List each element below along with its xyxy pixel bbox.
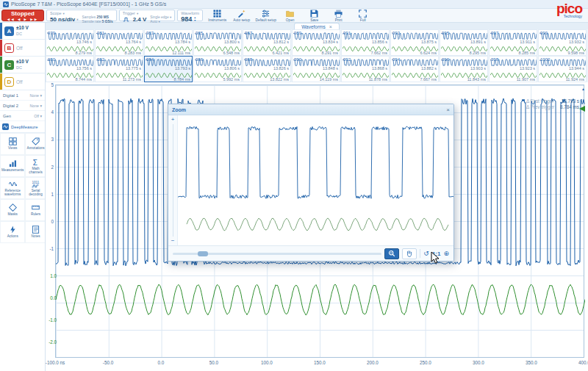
waveform-thumbnail-991[interactable]: 99113.856 s7.662 ms xyxy=(341,29,390,56)
open-button[interactable]: Open xyxy=(278,10,302,21)
channel-c-marker[interactable] xyxy=(579,106,585,112)
collapse-gallery-icon[interactable]: ▲ xyxy=(581,87,585,91)
x-axis-label: 50.0 xyxy=(209,360,218,365)
channel-D-badge[interactable]: D xyxy=(4,77,14,87)
tool-serial-decoding[interactable]: 1011Serial decoding xyxy=(25,177,46,199)
zoom-in-vertical-button[interactable]: + xyxy=(171,117,175,123)
thumbnail-trigger-time: 13.806 s xyxy=(224,66,240,71)
thumbnail-delta-time: 5.992 ms xyxy=(223,77,240,82)
waveform-thumbnail-990[interactable]: 99013.848 s14.119 ms xyxy=(292,56,340,82)
deepmeasure-button[interactable]: DeepMeasure xyxy=(0,121,45,133)
channel-C-row[interactable]: C±10 VDC xyxy=(0,57,45,73)
waveform-thumbnail-992[interactable]: 99213.868 s11.878 ms xyxy=(341,56,390,82)
channel-D-row[interactable]: DOff xyxy=(0,73,45,90)
svg-text:Σ: Σ xyxy=(33,159,37,166)
thumbnail-number: 983 xyxy=(146,31,154,35)
tool-rulers[interactable]: Rulers xyxy=(25,199,46,221)
tool-label: Measurements xyxy=(1,168,24,172)
instruments-button[interactable]: Instruments xyxy=(205,10,229,21)
digital-value: None ▾ xyxy=(30,104,42,108)
tool-annotations[interactable]: Annotations xyxy=(25,133,46,155)
waveform-thumbnail-996[interactable]: 99613.903 s11.843 ms xyxy=(440,56,488,82)
waveform-thumbnail-999[interactable]: 99913.932 s9.598 ms xyxy=(538,29,587,56)
thumbnail-trigger-time: 13.848 s xyxy=(323,66,338,71)
tool-masks[interactable]: Masks xyxy=(0,199,25,221)
toolbar-button-label: Full xyxy=(360,18,366,22)
save-button[interactable]: Save xyxy=(302,10,326,21)
channel-A-badge[interactable]: A xyxy=(4,26,14,36)
waveform-thumbnail-986[interactable]: 98613.806 s5.992 ms xyxy=(193,56,242,82)
waveform-thumbnail-981[interactable]: 98113.764 s8.283 ms xyxy=(95,29,143,56)
waveform-thumbnail-998[interactable]: 99813.923 s11.907 ms xyxy=(489,56,537,82)
tool-math-channels[interactable]: ΣMath channels xyxy=(25,155,46,177)
thumbnail-delta-time: 7.662 ms xyxy=(370,51,387,55)
waveform-thumbnail-1000[interactable]: 100013.944 s11.924 ms xyxy=(538,56,587,82)
waveform-thumbnail-979[interactable]: 97913.746 s8.279 ms xyxy=(46,29,94,56)
full-button[interactable]: Full xyxy=(351,10,375,21)
digital-1-row[interactable]: Digital 1None ▾ xyxy=(0,90,45,101)
generator-row[interactable]: GenOff ▾ xyxy=(0,111,45,121)
print-button[interactable]: Print xyxy=(326,10,351,21)
x-axis-label: 0.0 xyxy=(158,360,165,365)
waveform-number[interactable]: 984 xyxy=(181,15,192,23)
waveform-thumbnail-993[interactable]: 99313.875 s6.624 ms xyxy=(390,29,439,56)
channel-B-badge[interactable]: B xyxy=(4,43,14,53)
digital-2-row[interactable]: Digital 2None ▾ xyxy=(0,101,45,111)
zoom-scroll-slider[interactable] xyxy=(173,253,381,255)
tool-reference-waveforms[interactable]: Reference waveforms xyxy=(0,177,25,199)
waveform-thumbnail-984[interactable]: 98413.793 s8.784 ms xyxy=(144,56,193,82)
tool-actions[interactable]: Actions xyxy=(0,221,25,243)
y-axis-label-green: 0.0 xyxy=(47,295,57,300)
zoom-vertical-track[interactable] xyxy=(173,124,173,237)
channel-A-row[interactable]: A±10 VDC xyxy=(0,23,45,40)
thumbnail-trigger-time: 13.891 s xyxy=(470,40,486,44)
zoom-content[interactable] xyxy=(178,115,453,245)
channel-C-badge[interactable]: C xyxy=(4,60,14,70)
tool-views[interactable]: Views xyxy=(0,133,25,155)
waveform-thumbnail-987[interactable]: 98713.812 s6.421 ms xyxy=(243,29,291,56)
tab-close-icon[interactable]: × xyxy=(329,24,332,29)
waveform-stepper[interactable]: ▴▾ xyxy=(194,16,196,22)
channel-B-row[interactable]: BOff xyxy=(0,40,45,57)
y-axis-label-blue: -1 xyxy=(46,246,54,251)
zoom-out-button[interactable] xyxy=(384,248,399,259)
waveform-thumbnail-997[interactable]: 99713.911 s8.285 ms xyxy=(489,29,537,56)
zoom-scroll-handle[interactable] xyxy=(198,251,208,256)
zoom-step-icon[interactable]: ⊕ xyxy=(443,250,449,257)
tool-label: Actions xyxy=(7,234,19,238)
zoom-close-icon[interactable]: × xyxy=(446,107,450,113)
thumbnail-trigger-time: 13.868 s xyxy=(372,66,387,71)
thumbnail-number: 989 xyxy=(294,31,301,35)
step-down-icon[interactable]: ▾ xyxy=(194,19,196,22)
thumbnail-trigger-time: 13.944 s xyxy=(569,66,584,71)
default-setup-button[interactable]: Default setup xyxy=(254,10,278,21)
zoom-undo-icon[interactable]: ↺ xyxy=(423,250,429,257)
buffer-navigation-icons[interactable]: ◀◀ ◀ ▶ ▶▶ xyxy=(7,18,39,21)
waveform-thumbnail-985[interactable]: 98513.800 s6.548 ms xyxy=(193,29,242,56)
zoom-window-titlebar[interactable]: Zoom × xyxy=(168,104,453,115)
pan-hand-button[interactable] xyxy=(402,248,417,259)
waveform-thumbnail-982[interactable]: 98213.775 s11.273 ms xyxy=(95,56,143,82)
thumbnail-number: 988 xyxy=(245,57,252,62)
auto-setup-icon xyxy=(237,10,245,18)
tool-label: Annotations xyxy=(26,146,45,150)
zoom-out-vertical-button[interactable]: − xyxy=(171,238,175,244)
start-stop-button[interactable]: Stopped ◀◀ ◀ ▶ ▶▶ xyxy=(1,10,44,21)
chevron-down-icon: ▾ xyxy=(76,18,78,21)
zoom-window[interactable]: Zoom × + − xyxy=(168,104,454,262)
tool-notes[interactable]: Notes xyxy=(25,221,46,243)
tool-measurements[interactable]: Measurements xyxy=(0,155,25,177)
waveform-thumbnail-988[interactable]: 98813.826 s13.822 ms xyxy=(243,56,291,82)
waveform-thumbnail-983[interactable]: 98313.784 s12.111 ms xyxy=(144,29,193,56)
tab-waveforms[interactable]: Waveforms × xyxy=(294,23,340,29)
waveform-thumbnail-989[interactable]: 98913.834 s8.291 ms xyxy=(292,29,340,56)
channel-color-strip xyxy=(0,57,2,73)
stop-label: Stopped xyxy=(11,10,35,17)
gallery-row-2: 98013.756 s8.744 ms98213.775 s11.273 ms9… xyxy=(46,56,588,82)
waveform-thumbnail-995[interactable]: 99513.891 s8.295 ms xyxy=(440,29,488,56)
digital-label: Digital 2 xyxy=(3,104,18,108)
toolbar-button-label: Auto setup xyxy=(233,18,250,22)
waveform-thumbnail-994[interactable]: 99413.882 s7.667 ms xyxy=(390,56,439,82)
waveform-thumbnail-980[interactable]: 98013.756 s8.744 ms xyxy=(46,56,94,82)
auto-setup-button[interactable]: Auto setup xyxy=(229,10,254,21)
